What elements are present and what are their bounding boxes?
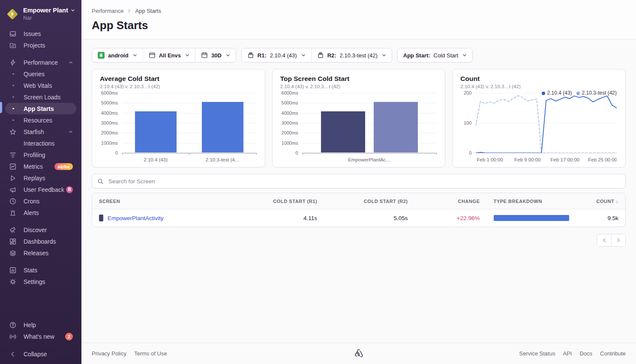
prev-page-button[interactable] [597, 234, 611, 246]
org-switcher[interactable]: Empower Plant Nar [0, 6, 81, 24]
sidebar-item-label: Discover [24, 227, 47, 233]
footer-link[interactable]: Contribute [600, 350, 626, 357]
column-header-cold-start-r1-[interactable]: COLD START (R1) [239, 193, 324, 209]
line-chart-plot: 20010002.10.4 (43)2.10.3-test (42)Feb 1 … [460, 91, 618, 162]
bullet-icon [12, 85, 14, 87]
legend-dot-icon [542, 92, 545, 95]
screen-link[interactable]: EmpowerPlantActivity [108, 215, 164, 221]
badge-alpha: alpha [54, 163, 73, 170]
filter-project[interactable]: android [92, 48, 143, 62]
column-header-change[interactable]: CHANGE [415, 193, 487, 209]
x-axis-label: Feb 17 00:00 [550, 157, 579, 162]
sidebar-item-help[interactable]: Help [5, 319, 76, 331]
filter-environment[interactable]: All Envs [143, 48, 195, 62]
y-axis-label: 3000ms [100, 120, 118, 125]
count-cell: 9.5k [580, 209, 625, 227]
filter-value: Cold Start [434, 52, 459, 59]
column-header-cold-start-r2-[interactable]: COLD START (R2) [324, 193, 414, 209]
sidebar-item-stats[interactable]: Stats [5, 264, 76, 276]
bullet-icon [12, 73, 14, 75]
filter-group: App Start:Cold Start [397, 48, 473, 63]
filter-release-2[interactable]: R2:2.10.3-test (42) [311, 48, 392, 62]
sidebar-item-dashboards[interactable]: Dashboards [5, 236, 76, 247]
sidebar-item-settings[interactable]: Settings [5, 276, 76, 287]
footer-link[interactable]: Service Status [519, 350, 555, 357]
chart-top-screen-cold-start: Top Screen Cold Start 2.10.4 (43) v. 2.1… [272, 69, 446, 167]
filter-prefix: R2: [327, 52, 336, 59]
chevron-down-icon [462, 53, 467, 57]
sidebar-item-screen-loads[interactable]: Screen Loads [5, 91, 76, 103]
sidebar-item-label: Stats [24, 267, 37, 274]
filter-release-1[interactable]: R1:2.10.4 (43) [242, 48, 311, 62]
sidebar-item-issues[interactable]: Issues [5, 28, 76, 39]
sidebar-item-label: Dashboards [24, 238, 56, 245]
sidebar-item-leading [9, 351, 24, 358]
sidebar-item-interactions[interactable]: Interactions [5, 137, 76, 149]
filter-group: R1:2.10.4 (43)R2:2.10.3-test (42) [241, 48, 392, 63]
sidebar-item-crons[interactable]: Crons [5, 195, 76, 207]
footer-link[interactable]: API [563, 350, 572, 357]
y-axis-label: 5000ms [280, 100, 298, 105]
sidebar-item-collapse[interactable]: Collapse [5, 348, 76, 360]
breadcrumb-item[interactable]: Performance [92, 8, 123, 14]
sidebar-item-label: Metrics [24, 163, 43, 170]
sidebar-section: PerformanceQueriesWeb VitalsScreen Loads… [5, 57, 76, 218]
org-name: Empower Plant [23, 7, 68, 14]
sidebar-item-label: Settings [24, 278, 45, 285]
sidebar-item-discover[interactable]: Discover [5, 224, 76, 236]
sidebar-item-app-starts[interactable]: App Starts [5, 103, 76, 114]
footer-link[interactable]: Docs [579, 350, 592, 357]
search-input[interactable] [108, 178, 620, 185]
page-content: androidAll Envs30DR1:2.10.4 (43)R2:2.10.… [81, 39, 636, 343]
sidebar-item-web-vitals[interactable]: Web Vitals [5, 80, 76, 91]
sidebar-item-leading [9, 59, 24, 66]
sidebar-item-resources[interactable]: Resources [5, 114, 76, 126]
sidebar-item-leading [9, 96, 24, 98]
sidebar-nav: IssuesProjectsPerformanceQueriesWeb Vita… [0, 24, 81, 293]
legend-label: 2.10.3-test (42) [582, 90, 617, 96]
column-header-count[interactable]: COUNT ↓ [580, 193, 625, 209]
play-icon [9, 175, 16, 182]
footer-link[interactable]: Terms of Use [134, 350, 167, 357]
y-axis-label: 4000ms [100, 110, 118, 116]
y-axis-label: 1000ms [100, 140, 118, 146]
filter-app-start-type[interactable]: App Start:Cold Start [398, 48, 473, 62]
column-header-type-breakdown[interactable]: TYPE BREAKDOWN [487, 193, 580, 209]
column-header-screen[interactable]: SCREEN [92, 193, 239, 209]
sidebar-item-label: Resources [24, 117, 52, 124]
chevron-up-icon [69, 130, 73, 134]
next-page-button[interactable] [611, 234, 625, 246]
sidebar-item-profiling[interactable]: Profiling [5, 149, 76, 161]
footer-link[interactable]: Privacy Policy [92, 350, 126, 357]
change-cell: +22.96% [415, 209, 487, 227]
sidebar-item-leading [9, 186, 24, 193]
sidebar-item-queries[interactable]: Queries [5, 68, 76, 80]
sidebar-item-user-feedback[interactable]: User FeedbackB [5, 184, 76, 195]
sidebar-bottom: HelpWhat's new2Collapse [0, 319, 81, 360]
sidebar-item-starfish[interactable]: Starfish [5, 126, 76, 137]
y-axis-label: 3000ms [280, 120, 298, 125]
screen-cell: EmpowerPlantActivity [92, 209, 239, 227]
filter-date-range[interactable]: 30D [195, 48, 236, 62]
sidebar-item-alerts[interactable]: Alerts [5, 207, 76, 218]
sidebar-item-releases[interactable]: Releases [5, 247, 76, 259]
chevron-down-icon [133, 53, 137, 57]
release-icon [317, 52, 324, 59]
sidebar-item-leading [9, 250, 24, 257]
sidebar-item-label: Alerts [24, 209, 39, 216]
chart-subtitle: 2.10.4 (43) v. 2.10.3…t (42) [280, 84, 438, 89]
y-axis-label: 6000ms [280, 90, 298, 95]
profiling-icon [9, 152, 16, 158]
sidebar-item-whats-new[interactable]: What's new2 [5, 331, 76, 342]
axis-tick [303, 153, 303, 155]
sidebar-item-performance[interactable]: Performance [5, 57, 76, 68]
sidebar-item-projects[interactable]: Projects [5, 39, 76, 51]
main-area: PerformanceApp Starts App Starts android… [81, 0, 636, 364]
sidebar-item-metrics[interactable]: Metricsalpha [5, 161, 76, 172]
sidebar-item-leading [9, 278, 24, 285]
x-axis-label: Feb 25 00:00 [588, 157, 617, 162]
gear-icon [9, 278, 16, 285]
sidebar-item-replays[interactable]: Replays [5, 172, 76, 184]
cold-start-r2-cell: 5.05s [324, 209, 414, 227]
legend-dot-icon [576, 92, 580, 95]
